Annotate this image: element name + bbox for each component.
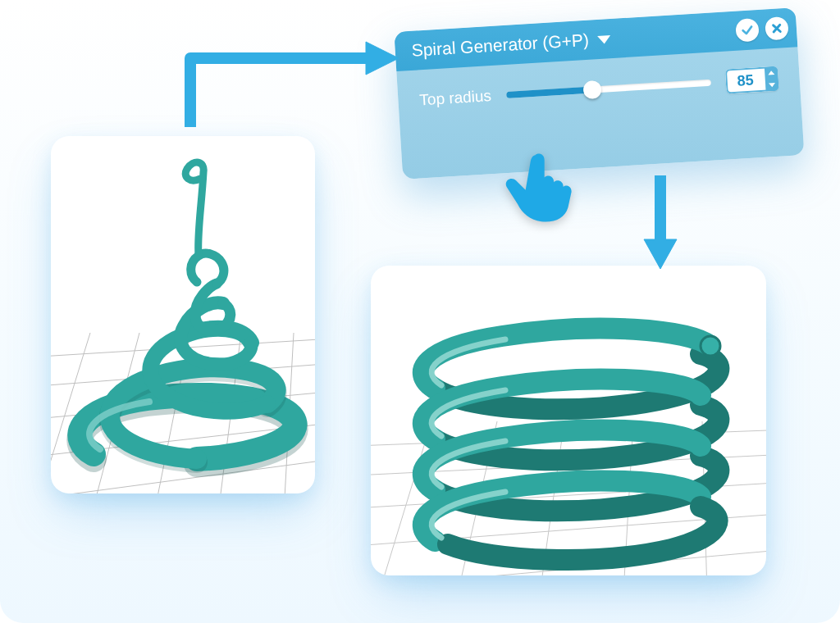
top-radius-stepper[interactable]: 85 [725,66,779,94]
spiral-generator-panel: Spiral Generator (G+P) Top radius [394,7,805,196]
pointer-hand-icon [499,146,578,225]
preview-before-card [51,136,315,493]
preview-before-svg [51,136,315,493]
close-icon [771,22,783,34]
top-radius-slider[interactable] [505,75,711,103]
preview-after-svg [371,266,766,575]
step-up-button[interactable] [765,66,778,80]
svg-marker-23 [366,42,399,75]
panel-title: Spiral Generator (G+P) [411,30,590,61]
check-icon [741,23,755,37]
confirm-button[interactable] [735,18,760,43]
step-down-button[interactable] [765,79,779,92]
param-label: Top radius [419,87,492,109]
close-button[interactable] [765,16,789,41]
flow-arrow-to-result [636,172,685,271]
chevron-down-icon [597,35,611,44]
svg-marker-25 [644,239,677,269]
flow-arrow-to-panel [174,37,404,135]
illustration-canvas: Spiral Generator (G+P) Top radius [0,0,840,623]
top-radius-value: 85 [725,67,766,94]
svg-point-22 [701,336,720,356]
preview-after-card [371,266,766,575]
